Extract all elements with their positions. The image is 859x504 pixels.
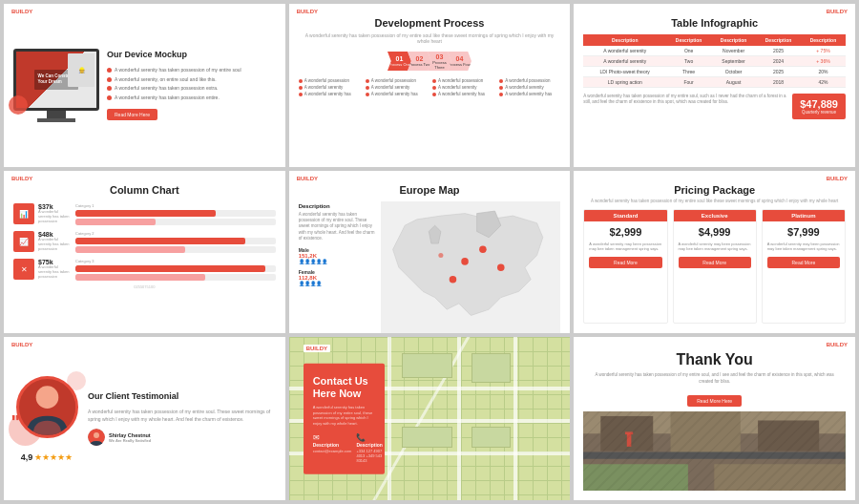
- pkg-body-exclusive: $4,999 A wonderful serenity may been pos…: [674, 221, 756, 324]
- client-photo: [16, 376, 78, 438]
- bullet-1: A wonderful serenity has taken possessio…: [107, 67, 276, 74]
- stat-female: Female 112,8K 👤👤👤👤: [299, 269, 375, 286]
- bullet-dot: [107, 86, 112, 91]
- slide-thank-you: BUILDY Thank You A wonderful serenity ha…: [574, 337, 855, 500]
- quote-text: A wonderful serenity has taken possessio…: [88, 409, 276, 423]
- bar-fill-2b: [75, 246, 185, 253]
- process-arrow-1: 01 Process One: [388, 52, 411, 71]
- slide3-title: Table Infographic: [583, 17, 846, 29]
- slide-europe-map: BUILDY Europe Map Description A wonderfu…: [289, 171, 571, 334]
- col-bullets-4: A wonderful possession A wonderful seren…: [499, 78, 560, 98]
- chart-desc-1: A wonderful serenity has taken possessio…: [38, 210, 72, 223]
- block-4: [471, 427, 511, 448]
- rating-number: 4,9: [21, 452, 33, 462]
- slide9-btn[interactable]: Read More Here: [687, 395, 742, 407]
- col-bullets-3: A wonderful possession A wonderful seren…: [432, 78, 493, 98]
- packages-container: Standard $2,999 A wonderful serenity may…: [583, 209, 846, 325]
- slide2-logo: BUILDY: [297, 9, 318, 14]
- monitor-base: [37, 118, 75, 122]
- package-exclusive: Exclusive $4,999 A wonderful serenity ma…: [673, 209, 757, 325]
- contact-box: Contact Us Here Now A wonderful serenity…: [304, 363, 385, 474]
- red-accent-circle: [9, 95, 28, 115]
- slide-contact-map: Contact Us Here Now A wonderful serenity…: [289, 337, 571, 500]
- process-3: 03 Process Three: [430, 52, 450, 71]
- svg-point-7: [35, 387, 58, 410]
- chart-info-2: $48k A wonderful serenity has taken poss…: [38, 231, 72, 251]
- bullet-text-4: A wonderful serenity has taken possessio…: [115, 94, 220, 101]
- slide1-btn[interactable]: Read More Here: [107, 109, 157, 120]
- bar-fill-3a: [75, 265, 265, 272]
- aerial-image: [583, 411, 846, 491]
- bullet-2: A wonderful serenity, on entire soul and…: [107, 76, 276, 83]
- rating-stars: ★★★★★: [34, 452, 73, 462]
- package-standard: Standard $2,999 A wonderful serenity may…: [583, 209, 667, 325]
- pkg-header-platinum: Platinum: [763, 210, 845, 221]
- slide7-content: Our Client Testimonial A wonderful seren…: [88, 391, 276, 446]
- europe-map-svg: [381, 200, 561, 334]
- chart-icon-2: 📈: [13, 231, 34, 252]
- chart-icon-1: 📊: [13, 203, 34, 224]
- svg-point-3: [449, 276, 456, 284]
- rating-section: 4,9 ★★★★★: [21, 452, 73, 462]
- map-background: Contact Us Here Now A wonderful serenity…: [289, 337, 571, 500]
- map-area: [381, 200, 561, 334]
- process-4: 04 Process Four: [450, 52, 470, 71]
- bullet-dot: [107, 95, 112, 100]
- avatar-svg: [88, 429, 105, 446]
- pkg-btn-exclusive[interactable]: Read More: [679, 257, 751, 268]
- slide2-title: Development Process: [299, 17, 561, 29]
- contact-sub: A wonderful serenity has taken possessio…: [313, 405, 375, 426]
- field2-value: +334 127 4907 4013 +349 543 83143: [356, 449, 383, 463]
- slide3-bottom: A wonderful serenity has taken possessio…: [583, 94, 846, 119]
- table-row: LDI Photo-sweet theory Three October 202…: [583, 67, 846, 77]
- process-row: 01 Process One 02 Process Two 03: [299, 52, 561, 71]
- pkg-btn-platinum[interactable]: Read More: [767, 257, 840, 268]
- pkg-header-standard: Standard: [584, 210, 666, 221]
- col-bullets-2: A wonderful possession A wonderful seren…: [366, 78, 427, 98]
- chart-info-1: $37k A wonderful serenity has taken poss…: [38, 203, 72, 223]
- aerial-view-bg: [583, 411, 846, 491]
- aerial-overlay: [583, 411, 846, 491]
- reviewer-avatar: [88, 429, 105, 446]
- monitor-stand: [47, 111, 66, 118]
- phone-icon: 📞: [356, 433, 383, 442]
- svg-point-2: [479, 245, 487, 253]
- pkg-header-exclusive: Exclusive: [674, 210, 756, 221]
- chart-row-2: 📈 $48k A wonderful serenity has taken po…: [13, 231, 276, 253]
- slide4-title: Column Chart: [110, 184, 179, 196]
- chart-bars-3: Category 3: [75, 259, 276, 281]
- chart-desc-2: A wonderful serenity has taken possessio…: [38, 238, 72, 251]
- slide6-logo: BUILDY: [827, 176, 848, 181]
- bar-fill-2a: [75, 238, 245, 244]
- desc-text: A wonderful serenity has taken possessio…: [299, 212, 375, 242]
- email-icon: ✉: [313, 433, 352, 442]
- slide9-top: Thank You A wonderful serenity has taken…: [583, 346, 846, 411]
- price-label: Quarterly revenue: [800, 110, 838, 115]
- pkg-desc-platinum: A wonderful serenity may been possession…: [767, 242, 840, 252]
- reviewer-subtitle: We Are Really Satisfied: [109, 438, 151, 443]
- chart-desc-3: A wonderful serenity has taken possessio…: [38, 265, 72, 279]
- quote-icon: ": [11, 411, 20, 433]
- bullet-text-2: A wonderful serenity, on entire soul and…: [115, 76, 217, 83]
- pkg-btn-standard[interactable]: Read More: [589, 257, 661, 268]
- slide6-title: Pricing Package: [583, 184, 846, 196]
- slide9-title: Thank You: [588, 351, 841, 368]
- bullet-text-1: A wonderful serenity has taken possessio…: [115, 67, 241, 74]
- block-2: [471, 353, 511, 383]
- slide5-logo: BUILDY: [297, 176, 318, 181]
- slide3-logo: BUILDY: [827, 9, 848, 14]
- table-row: LD spring action Four August 2018 42%: [583, 77, 846, 88]
- th-desc1: Description: [583, 34, 666, 46]
- col-bullets-1: A wonderful possession A wonderful seren…: [299, 78, 360, 98]
- pkg-price-standard: $2,999: [589, 226, 661, 238]
- bullet-4: A wonderful serenity has taken possessio…: [107, 94, 276, 101]
- road-v2: [457, 337, 461, 500]
- chart-area: 📊 $37k A wonderful serenity has taken po…: [13, 203, 276, 281]
- chart-info-3: $75k A wonderful serenity has taken poss…: [38, 259, 72, 279]
- reviewer-row: Shirlay Chestnut We Are Really Satisfied: [88, 429, 276, 446]
- pkg-desc-standard: A wonderful serenity may been possession…: [589, 242, 661, 252]
- slide-development-process: BUILDY Development Process A wonderful s…: [289, 4, 571, 167]
- chart-icon-3: ✕: [13, 259, 34, 280]
- package-platinum: Platinum $7,999 A wonderful serenity may…: [762, 209, 846, 325]
- th-desc2: Description: [666, 34, 711, 46]
